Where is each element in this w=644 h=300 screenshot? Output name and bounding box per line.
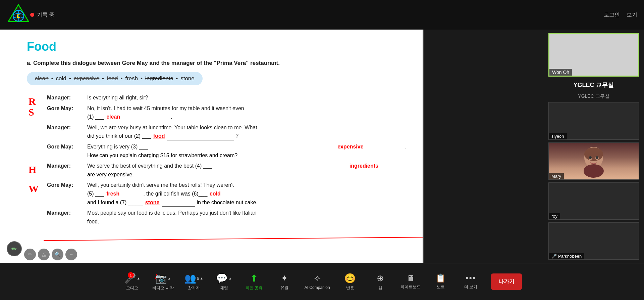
blank-prefix-2: did you think of our (2) ___: [87, 133, 151, 139]
speech-manager-4: Most people say our food is delicious. P…: [87, 209, 406, 217]
answer-food: food: [153, 133, 165, 139]
word-cold: cold: [56, 75, 66, 82]
speech-goremay-3: Well, you certainly didn't serve me the …: [87, 181, 406, 189]
dialogue-row-1: R Manager: Is everything all right, sir?: [47, 93, 406, 102]
apps-icon: ⊕: [377, 273, 384, 284]
edit-icon: ✏: [11, 245, 17, 253]
speaker-goremay-2: Gore May:: [47, 142, 87, 151]
video-icon: 📷: [155, 273, 167, 284]
speaker-manager-1: Manager:: [47, 93, 87, 102]
recording-text: 기록 중: [37, 11, 54, 18]
speaker-manager-4: Manager:: [47, 209, 87, 217]
toolbar: 🎤 1 ▲ 오디오 📷 / ▲ 비디오 시작 👥 6 ▲ 참가자 💬 ▲ 채팅: [0, 263, 644, 300]
word-sep1: •: [51, 75, 53, 82]
toolbar-notes[interactable]: 📋 노트: [431, 273, 451, 290]
login-link[interactable]: 로그인: [604, 11, 620, 18]
letter-h: H: [29, 162, 36, 178]
view-link[interactable]: 보기: [627, 11, 637, 18]
participant-tile-roy: roy: [548, 182, 639, 220]
recording-dot: [30, 13, 34, 17]
whiteboard-label: 화이트보드: [400, 284, 421, 290]
share-icon: ⬆: [250, 273, 258, 284]
mini-zoom-in-btn[interactable]: 🔍: [52, 249, 63, 260]
participant-label-parkhobeen: 🎤 Parkhobeen: [549, 253, 584, 259]
toolbar-audio[interactable]: 🎤 1 ▲ 오디오: [122, 273, 142, 291]
answer-cold: cold: [210, 191, 221, 197]
word-fresh: fresh: [125, 75, 138, 82]
mini-edit-btn[interactable]: ✏: [24, 249, 36, 260]
svg-point-9: [589, 156, 592, 159]
comma-1: , the grilled fish was (6)___: [143, 191, 207, 197]
participants-icon: 👥: [184, 273, 196, 284]
period-1: .: [171, 114, 172, 120]
toolbar-more[interactable]: ••• 더 보기: [461, 273, 481, 290]
participant-label-siyeon: siyeon: [549, 133, 567, 139]
toolbar-apps[interactable]: ⊕ 앱: [370, 273, 390, 291]
toolbar-share[interactable]: ⬆ 화면 공유: [244, 273, 264, 291]
toolbar-participants[interactable]: 👥 6 ▲ 참가자: [184, 273, 204, 291]
whiteboard-icon: 🖥: [407, 273, 415, 283]
mini-print-btn[interactable]: 🖨: [38, 249, 50, 260]
share-label: 화면 공유: [246, 285, 263, 291]
blank-line-7: [162, 206, 195, 207]
word-sep3: •: [102, 75, 104, 82]
word-box: clean • cold • expensive • food • fresh …: [27, 72, 203, 85]
dialogue-section: R Manager: Is everything all right, sir?…: [27, 93, 406, 226]
blank-prefix-5: (5) ___: [87, 191, 104, 197]
svg-point-10: [596, 156, 598, 159]
sidebar: Won Oh YGLEC 교무실 YGLEC 교무실 siyeon Mar: [543, 30, 644, 263]
participant-tile-parkhobeen: 🎤 Parkhobeen: [548, 222, 639, 260]
speech-manager-3b: are very expensive.: [87, 172, 134, 177]
doc-title: Food: [27, 40, 406, 54]
ai-icon: ✧: [314, 273, 321, 284]
mary-face-svg: [580, 144, 607, 178]
audio-badge: 1: [128, 272, 134, 278]
dialogue-row-3: Manager: Well, we are very busy at lunch…: [47, 123, 406, 140]
speech-manager-2: Well, we are very busy at lunchtime. You…: [87, 123, 406, 132]
answer-clean: clean: [106, 114, 120, 120]
speaker-manager-3: Manager:: [47, 162, 87, 170]
participant-tile-mary: Mary: [548, 142, 639, 180]
answer-stone: stone: [145, 200, 160, 205]
word-sep4: •: [120, 75, 122, 82]
video-label: 비디오 시작: [152, 285, 173, 291]
toolbar-yoal[interactable]: ✦ 유알: [274, 273, 294, 291]
reaction-label: 반응: [346, 285, 354, 291]
answer-ingredients: ingredients: [350, 162, 378, 170]
toolbar-reaction[interactable]: 😊 반응: [340, 273, 360, 291]
dialogue-row-2: S Gore May: No, it isn't. I had to wait …: [47, 104, 406, 121]
chat-icon: 💬: [216, 273, 228, 284]
question-mark-1: ?: [235, 133, 238, 139]
toolbar-video[interactable]: 📷 / ▲ 비디오 시작: [152, 273, 173, 291]
chat-caret: ▲: [228, 276, 232, 280]
letter-w: W: [29, 181, 39, 197]
self-video-tile: Won Oh: [548, 33, 639, 77]
top-bar: E 기록 중 로그인 보기: [0, 0, 644, 30]
blank-line-2: [167, 140, 234, 140]
ai-label: AI Companion: [305, 285, 330, 290]
edit-button[interactable]: ✏: [7, 241, 22, 256]
speaker-goremay-3: Gore May:: [47, 181, 87, 189]
word-food: food: [107, 75, 118, 82]
participant-tile-siyeon: siyeon: [548, 102, 639, 139]
toolbar-whiteboard[interactable]: 🖥 화이트보드: [400, 273, 421, 290]
reaction-icon: 😊: [344, 273, 356, 284]
toolbar-ai[interactable]: ✧ AI Companion: [305, 273, 330, 290]
notes-icon: 📋: [436, 273, 446, 283]
word-stone: stone: [180, 75, 195, 82]
dialogue-row-6: W Gore May: Well, you certainly didn't s…: [47, 181, 406, 207]
logo-icon: E: [7, 3, 30, 27]
toolbar-chat[interactable]: 💬 ▲ 채팅: [214, 273, 234, 291]
doc-instruction: a. Complete this dialogue between Gore M…: [27, 60, 406, 67]
speech-goremay-3b: and I found a (7) _____: [87, 200, 143, 205]
svg-point-11: [584, 164, 604, 178]
leave-button[interactable]: 나가기: [491, 273, 522, 290]
self-video-label: Won Oh: [549, 69, 572, 76]
answer-expensive: expensive: [337, 142, 363, 151]
speech-goremay-3c: in the chocolate nut cake.: [197, 200, 257, 205]
mini-zoom-out-btn[interactable]: −: [65, 249, 77, 260]
dialogue-row-7: Manager: Most people say our food is del…: [47, 209, 406, 226]
sidebar-group-title: YGLEC 교무실: [573, 79, 614, 91]
answer-fresh: fresh: [106, 191, 119, 197]
speaker-goremay-1: Gore May:: [47, 104, 87, 113]
